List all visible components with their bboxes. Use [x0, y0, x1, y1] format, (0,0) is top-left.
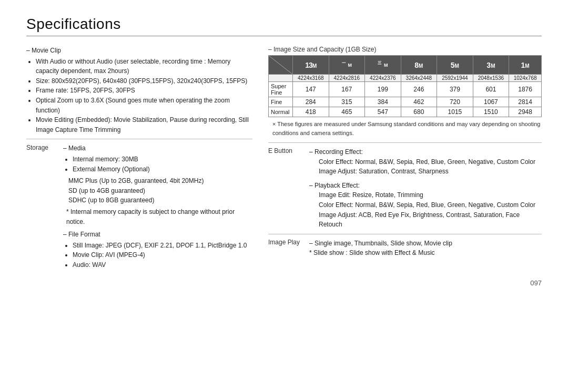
playback-effect-item-1: Color Effect: Normal, B&W, Sepia, Red, B…	[309, 200, 542, 210]
list-item: With Audio or without Audio (user select…	[36, 57, 252, 76]
movie-clip-list: With Audio or without Audio (user select…	[26, 57, 252, 135]
media-header: – Media	[63, 143, 252, 153]
res-13m: 4224x3168	[293, 75, 329, 82]
right-column: – Image Size and Capacity (1GB Size) 13M…	[268, 46, 542, 274]
image-size-table: 13M ㆒M ㆔M 8M 5M 3M 1M 4224x3168 4224x281…	[268, 55, 542, 117]
image-play-item-1: * Slide show : Slide show with Effect & …	[309, 248, 542, 258]
cell-sf-10m: 199	[365, 82, 401, 97]
quality-normal: Normal	[269, 107, 293, 117]
list-item: Frame rate: 15FPS, 20FPS, 30FPS	[36, 86, 252, 96]
recording-effect-item-1: Image Adjust: Saturation, Contrast, Shar…	[309, 167, 542, 177]
col-8m: 8M	[401, 56, 437, 75]
cell-sf-12m: 167	[329, 82, 365, 97]
col-1m: 1M	[509, 56, 542, 75]
cell-f-10m: 384	[365, 97, 401, 107]
e-button-content: – Recording Effect: Color Effect: Normal…	[309, 147, 542, 230]
image-size-section: – Image Size and Capacity (1GB Size) 13M…	[268, 46, 542, 137]
table-row: Fine 284 315 384 462 720 1067 2814	[269, 97, 542, 107]
col-5m: 5M	[437, 56, 473, 75]
image-play-section: Image Play – Single image, Thumbnails, S…	[268, 239, 542, 258]
table-row: Super Fine 147 167 199 246 379 601 1876	[269, 82, 542, 97]
list-item: Size: 800x592(20FPS), 640x480 (30FPS,15F…	[36, 76, 252, 86]
image-play-content: – Single image, Thumbnails, Slide show, …	[309, 239, 542, 258]
storage-section: Storage – Media Internal memory: 30MB Ex…	[26, 143, 252, 272]
cell-sf-8m: 246	[401, 82, 437, 97]
res-3m: 2048x1536	[473, 75, 509, 82]
list-item: External Memory (Optional)	[73, 164, 252, 174]
list-item: Internal memory: 30MB	[73, 154, 252, 164]
svg-line-0	[269, 56, 292, 74]
list-item: Audio: WAV	[73, 260, 252, 270]
e-button-row: E Button – Recording Effect: Color Effec…	[268, 147, 542, 230]
cell-n-8m: 680	[401, 107, 437, 117]
list-item: Movie Clip: AVI (MPEG-4)	[73, 250, 252, 260]
col-10m: ㆔M	[365, 56, 401, 75]
cell-sf-3m: 601	[473, 82, 509, 97]
image-play-item-0: – Single image, Thumbnails, Slide show, …	[309, 239, 542, 249]
media-subitem-2: SDHC (up to 8GB guaranteed)	[63, 195, 252, 205]
quality-fine: Fine	[269, 97, 293, 107]
file-format-list: Still Image: JPEG (DCF), EXIF 2.21, DPOF…	[63, 241, 252, 270]
cell-n-5m: 1015	[437, 107, 473, 117]
table-header-row: 13M ㆒M ㆔M 8M 5M 3M 1M	[269, 56, 542, 75]
resolution-row: 4224x3168 4224x2816 4224x2376 3264x2448 …	[269, 75, 542, 82]
diagonal-header	[269, 56, 293, 75]
cell-n-12m: 465	[329, 107, 365, 117]
res-5m: 2592x1944	[437, 75, 473, 82]
section-divider	[26, 139, 252, 139]
file-format-header: – File Format	[63, 230, 252, 240]
cell-n-1m: 2948	[509, 107, 542, 117]
cell-f-1m: 2814	[509, 97, 542, 107]
cell-f-12m: 315	[329, 97, 365, 107]
right-divider-2	[268, 234, 542, 234]
storage-content: – Media Internal memory: 30MB External M…	[63, 143, 252, 272]
left-column: – Movie Clip With Audio or without Audio…	[26, 46, 252, 274]
list-item: Optical Zoom up to 3.6X (Sound goes mute…	[36, 96, 252, 115]
cell-sf-5m: 379	[437, 82, 473, 97]
res-10m: 4224x2376	[365, 75, 401, 82]
cell-f-3m: 1067	[473, 97, 509, 107]
res-8m: 3264x2448	[401, 75, 437, 82]
page-number: 097	[26, 279, 542, 287]
image-play-row: Image Play – Single image, Thumbnails, S…	[268, 239, 542, 258]
image-size-note: × These figures are measured under Samsu…	[268, 120, 542, 137]
cell-f-8m: 462	[401, 97, 437, 107]
recording-effect-item-0: Color Effect: Normal, B&W, Sepia, Red, B…	[309, 157, 542, 167]
media-subitem-0: MMC Plus (Up to 2GB, guaranteed, 4bit 20…	[63, 176, 252, 186]
title-divider	[26, 36, 542, 36]
res-1m: 1024x768	[509, 75, 542, 82]
list-item: Movie Editing (Embedded): Movie Stabiliz…	[36, 115, 252, 135]
media-subitem-1: SD (up to 4GB guaranteed)	[63, 186, 252, 196]
res-blank	[269, 75, 293, 82]
cell-n-13m: 418	[293, 107, 329, 117]
res-12m: 4224x2816	[329, 75, 365, 82]
image-play-label: Image Play	[268, 239, 305, 258]
cell-n-3m: 1510	[473, 107, 509, 117]
media-list: Internal memory: 30MB External Memory (O…	[63, 154, 252, 174]
cell-f-13m: 284	[293, 97, 329, 107]
right-divider-1	[268, 142, 542, 143]
playback-effect-item-2: Image Adjust: ACB, Red Eye Fix, Brightne…	[309, 210, 542, 230]
media-note: * Internal memory capacity is subject to…	[63, 207, 252, 226]
cell-f-5m: 720	[437, 97, 473, 107]
list-item: Still Image: JPEG (DCF), EXIF 2.21, DPOF…	[73, 241, 252, 251]
playback-effect-header: – Playback Effect:	[309, 181, 542, 191]
col-3m: 3M	[473, 56, 509, 75]
main-layout: – Movie Clip With Audio or without Audio…	[26, 46, 542, 274]
recording-effect-header: – Recording Effect:	[309, 147, 542, 157]
page-title: Specifications	[26, 16, 542, 33]
table-row: Normal 418 465 547 680 1015 1510 2948	[269, 107, 542, 117]
col-13m: 13M	[293, 56, 329, 75]
image-size-title: – Image Size and Capacity (1GB Size)	[268, 46, 542, 53]
cell-sf-13m: 147	[293, 82, 329, 97]
movie-clip-header: – Movie Clip	[26, 46, 252, 56]
col-12m: ㆒M	[329, 56, 365, 75]
cell-sf-1m: 1876	[509, 82, 542, 97]
storage-label: Storage	[26, 143, 63, 272]
playback-effect-item-0: Image Edit: Resize, Rotate, Trimming	[309, 190, 542, 200]
e-button-label: E Button	[268, 147, 305, 230]
quality-superfine: Super Fine	[269, 82, 293, 97]
e-button-section: E Button – Recording Effect: Color Effec…	[268, 147, 542, 230]
cell-n-10m: 547	[365, 107, 401, 117]
